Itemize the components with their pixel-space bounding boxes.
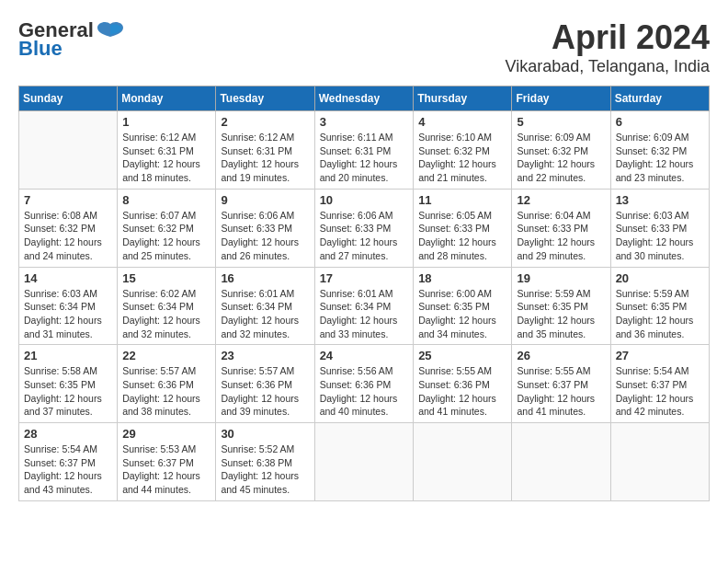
page-header: General Blue April 2024 Vikarabad, Telan… bbox=[18, 18, 710, 76]
calendar-cell: 22Sunrise: 5:57 AM Sunset: 6:36 PM Dayli… bbox=[118, 345, 216, 423]
day-info: Sunrise: 5:59 AM Sunset: 6:35 PM Dayligh… bbox=[616, 287, 704, 341]
day-info: Sunrise: 6:09 AM Sunset: 6:32 PM Dayligh… bbox=[517, 131, 605, 185]
day-info: Sunrise: 6:12 AM Sunset: 6:31 PM Dayligh… bbox=[122, 131, 210, 185]
calendar-cell: 12Sunrise: 6:04 AM Sunset: 6:33 PM Dayli… bbox=[512, 189, 610, 267]
day-number: 10 bbox=[320, 193, 409, 207]
day-number: 16 bbox=[221, 271, 309, 285]
calendar-cell bbox=[610, 423, 709, 501]
day-number: 21 bbox=[24, 349, 112, 362]
day-number: 28 bbox=[24, 427, 112, 441]
day-info: Sunrise: 5:53 AM Sunset: 6:37 PM Dayligh… bbox=[122, 442, 210, 497]
day-info: Sunrise: 5:56 AM Sunset: 6:36 PM Dayligh… bbox=[320, 364, 409, 419]
day-number: 22 bbox=[122, 349, 210, 362]
calendar-cell bbox=[314, 423, 414, 501]
weekday-header-sunday: Sunday bbox=[19, 86, 118, 111]
month-title: April 2024 bbox=[505, 18, 710, 57]
day-info: Sunrise: 6:08 AM Sunset: 6:32 PM Dayligh… bbox=[24, 209, 112, 263]
calendar-week-row: 14Sunrise: 6:03 AM Sunset: 6:34 PM Dayli… bbox=[19, 267, 710, 345]
calendar-cell: 9Sunrise: 6:06 AM Sunset: 6:33 PM Daylig… bbox=[216, 189, 314, 267]
day-info: Sunrise: 6:12 AM Sunset: 6:31 PM Dayligh… bbox=[221, 131, 309, 185]
calendar-cell: 20Sunrise: 5:59 AM Sunset: 6:35 PM Dayli… bbox=[610, 267, 709, 345]
calendar-week-row: 7Sunrise: 6:08 AM Sunset: 6:32 PM Daylig… bbox=[19, 189, 710, 267]
day-info: Sunrise: 6:10 AM Sunset: 6:32 PM Dayligh… bbox=[418, 131, 506, 185]
day-info: Sunrise: 5:54 AM Sunset: 6:37 PM Dayligh… bbox=[616, 364, 704, 419]
weekday-header-friday: Friday bbox=[512, 86, 610, 111]
calendar-cell: 5Sunrise: 6:09 AM Sunset: 6:32 PM Daylig… bbox=[512, 111, 610, 190]
day-info: Sunrise: 5:52 AM Sunset: 6:38 PM Dayligh… bbox=[221, 442, 309, 497]
calendar-week-row: 21Sunrise: 5:58 AM Sunset: 6:35 PM Dayli… bbox=[19, 345, 710, 423]
weekday-header-thursday: Thursday bbox=[414, 86, 512, 111]
calendar-cell: 27Sunrise: 5:54 AM Sunset: 6:37 PM Dayli… bbox=[610, 345, 709, 423]
day-number: 23 bbox=[221, 349, 309, 362]
calendar-cell: 13Sunrise: 6:03 AM Sunset: 6:33 PM Dayli… bbox=[610, 189, 709, 267]
day-info: Sunrise: 5:55 AM Sunset: 6:36 PM Dayligh… bbox=[418, 364, 506, 419]
day-number: 12 bbox=[517, 193, 605, 207]
day-info: Sunrise: 6:03 AM Sunset: 6:34 PM Dayligh… bbox=[24, 287, 112, 341]
day-number: 3 bbox=[320, 115, 409, 129]
calendar-cell bbox=[414, 423, 512, 501]
day-info: Sunrise: 5:59 AM Sunset: 6:35 PM Dayligh… bbox=[517, 287, 605, 341]
calendar-cell: 19Sunrise: 5:59 AM Sunset: 6:35 PM Dayli… bbox=[512, 267, 610, 345]
day-number: 15 bbox=[122, 271, 210, 285]
calendar-cell: 3Sunrise: 6:11 AM Sunset: 6:31 PM Daylig… bbox=[314, 111, 414, 190]
day-number: 27 bbox=[616, 349, 704, 362]
calendar-cell: 21Sunrise: 5:58 AM Sunset: 6:35 PM Dayli… bbox=[19, 345, 118, 423]
day-number: 14 bbox=[24, 271, 112, 285]
calendar-cell: 24Sunrise: 5:56 AM Sunset: 6:36 PM Dayli… bbox=[314, 345, 414, 423]
calendar-cell: 1Sunrise: 6:12 AM Sunset: 6:31 PM Daylig… bbox=[118, 111, 216, 190]
calendar-cell bbox=[19, 111, 118, 190]
day-number: 7 bbox=[24, 193, 112, 207]
calendar-cell: 18Sunrise: 6:00 AM Sunset: 6:35 PM Dayli… bbox=[414, 267, 512, 345]
day-info: Sunrise: 5:58 AM Sunset: 6:35 PM Dayligh… bbox=[24, 364, 112, 419]
calendar-cell: 2Sunrise: 6:12 AM Sunset: 6:31 PM Daylig… bbox=[216, 111, 314, 190]
day-number: 24 bbox=[320, 349, 409, 362]
calendar-cell: 11Sunrise: 6:05 AM Sunset: 6:33 PM Dayli… bbox=[414, 189, 512, 267]
calendar-table: SundayMondayTuesdayWednesdayThursdayFrid… bbox=[18, 86, 710, 501]
day-info: Sunrise: 6:07 AM Sunset: 6:32 PM Dayligh… bbox=[122, 209, 210, 263]
calendar-cell bbox=[512, 423, 610, 501]
day-number: 6 bbox=[616, 115, 704, 129]
day-number: 5 bbox=[517, 115, 605, 129]
weekday-header-monday: Monday bbox=[118, 86, 216, 111]
day-number: 29 bbox=[122, 427, 210, 441]
day-number: 4 bbox=[418, 115, 506, 129]
day-number: 30 bbox=[221, 427, 309, 441]
logo-blue: Blue bbox=[18, 37, 63, 61]
calendar-cell: 14Sunrise: 6:03 AM Sunset: 6:34 PM Dayli… bbox=[19, 267, 118, 345]
calendar-cell: 16Sunrise: 6:01 AM Sunset: 6:34 PM Dayli… bbox=[216, 267, 314, 345]
weekday-header-wednesday: Wednesday bbox=[314, 86, 414, 111]
calendar-cell: 26Sunrise: 5:55 AM Sunset: 6:37 PM Dayli… bbox=[512, 345, 610, 423]
day-info: Sunrise: 5:57 AM Sunset: 6:36 PM Dayligh… bbox=[122, 364, 210, 419]
day-info: Sunrise: 6:11 AM Sunset: 6:31 PM Dayligh… bbox=[320, 131, 409, 185]
day-info: Sunrise: 6:01 AM Sunset: 6:34 PM Dayligh… bbox=[221, 287, 309, 341]
weekday-header-tuesday: Tuesday bbox=[216, 86, 314, 111]
calendar-cell: 8Sunrise: 6:07 AM Sunset: 6:32 PM Daylig… bbox=[118, 189, 216, 267]
day-number: 8 bbox=[122, 193, 210, 207]
day-number: 25 bbox=[418, 349, 506, 362]
calendar-cell: 25Sunrise: 5:55 AM Sunset: 6:36 PM Dayli… bbox=[414, 345, 512, 423]
day-info: Sunrise: 6:03 AM Sunset: 6:33 PM Dayligh… bbox=[616, 209, 704, 263]
day-number: 26 bbox=[517, 349, 605, 362]
day-number: 17 bbox=[320, 271, 409, 285]
calendar-cell: 30Sunrise: 5:52 AM Sunset: 6:38 PM Dayli… bbox=[216, 423, 314, 501]
title-block: April 2024 Vikarabad, Telangana, India bbox=[505, 18, 710, 76]
calendar-cell: 10Sunrise: 6:06 AM Sunset: 6:33 PM Dayli… bbox=[314, 189, 414, 267]
location-title: Vikarabad, Telangana, India bbox=[505, 57, 710, 76]
day-info: Sunrise: 6:02 AM Sunset: 6:34 PM Dayligh… bbox=[122, 287, 210, 341]
calendar-cell: 17Sunrise: 6:01 AM Sunset: 6:34 PM Dayli… bbox=[314, 267, 414, 345]
calendar-cell: 15Sunrise: 6:02 AM Sunset: 6:34 PM Dayli… bbox=[118, 267, 216, 345]
calendar-cell: 7Sunrise: 6:08 AM Sunset: 6:32 PM Daylig… bbox=[19, 189, 118, 267]
day-number: 18 bbox=[418, 271, 506, 285]
calendar-header-row: SundayMondayTuesdayWednesdayThursdayFrid… bbox=[19, 86, 710, 111]
calendar-cell: 4Sunrise: 6:10 AM Sunset: 6:32 PM Daylig… bbox=[414, 111, 512, 190]
logo-bird-icon bbox=[96, 20, 125, 40]
day-number: 20 bbox=[616, 271, 704, 285]
calendar-cell: 28Sunrise: 5:54 AM Sunset: 6:37 PM Dayli… bbox=[19, 423, 118, 501]
weekday-header-saturday: Saturday bbox=[610, 86, 709, 111]
day-info: Sunrise: 6:06 AM Sunset: 6:33 PM Dayligh… bbox=[320, 209, 409, 263]
day-number: 19 bbox=[517, 271, 605, 285]
day-info: Sunrise: 5:57 AM Sunset: 6:36 PM Dayligh… bbox=[221, 364, 309, 419]
logo: General Blue bbox=[18, 18, 127, 61]
calendar-cell: 23Sunrise: 5:57 AM Sunset: 6:36 PM Dayli… bbox=[216, 345, 314, 423]
day-info: Sunrise: 6:05 AM Sunset: 6:33 PM Dayligh… bbox=[418, 209, 506, 263]
